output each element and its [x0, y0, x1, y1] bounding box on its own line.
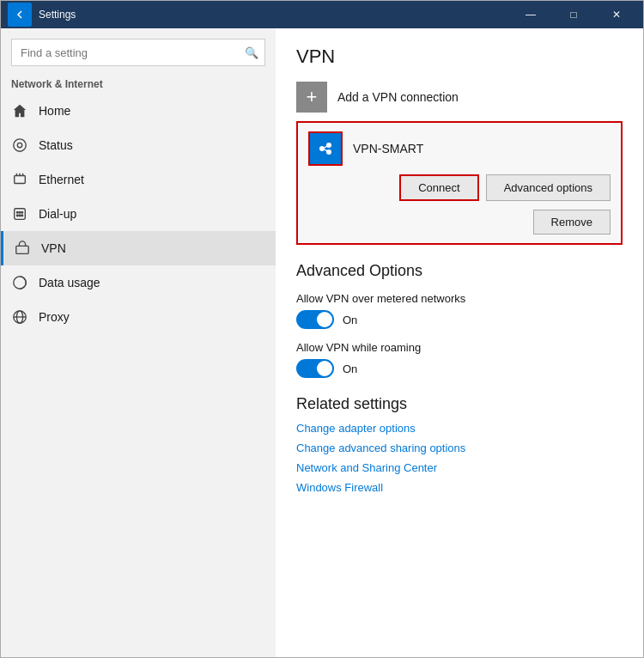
toggle-roaming[interactable]: [296, 359, 334, 378]
related-settings-title: Related settings: [296, 395, 623, 413]
svg-point-0: [14, 139, 26, 151]
sidebar-item-proxy-label: Proxy: [39, 310, 70, 324]
add-vpn-button[interactable]: +: [296, 82, 327, 113]
vpn-entry: VPN-SMART Connect Advanced options Remov…: [296, 121, 623, 245]
close-button[interactable]: ✕: [597, 1, 636, 28]
vpn-remove-container: Remove: [298, 210, 621, 243]
ethernet-icon: [11, 171, 28, 188]
sidebar-item-dialup[interactable]: Dial-up: [1, 197, 276, 231]
toggle-metered-label: Allow VPN over metered networks: [296, 292, 623, 305]
sidebar-item-ethernet-label: Ethernet: [39, 173, 84, 186]
sidebar-item-ethernet[interactable]: Ethernet: [1, 162, 276, 197]
remove-button[interactable]: Remove: [533, 210, 611, 235]
svg-point-7: [16, 211, 18, 213]
related-link[interactable]: Change advanced sharing options: [296, 442, 623, 454]
sidebar-item-vpn[interactable]: VPN: [1, 231, 276, 265]
svg-point-10: [16, 215, 18, 216]
svg-rect-6: [15, 209, 26, 220]
sidebar-item-proxy[interactable]: Proxy: [1, 300, 276, 334]
advanced-options-title: Advanced Options: [296, 262, 623, 280]
plus-icon: +: [307, 88, 318, 107]
related-link[interactable]: Network and Sharing Center: [296, 461, 623, 474]
settings-window: Settings — □ ✕ 🔍 Network & Internet Home: [0, 0, 644, 658]
vpn-sidebar-icon: [14, 240, 31, 257]
connect-button[interactable]: Connect: [399, 174, 478, 201]
minimize-button[interactable]: —: [511, 1, 550, 28]
search-icon: 🔍: [245, 46, 258, 59]
sidebar-section-label: Network & Internet: [1, 73, 276, 94]
vpn-actions: Connect Advanced options: [298, 174, 621, 210]
sidebar-item-home-label: Home: [39, 104, 70, 118]
page-title: VPN: [296, 46, 623, 68]
add-vpn-row: + Add a VPN connection: [296, 82, 623, 113]
toggle-metered[interactable]: [296, 310, 334, 329]
main-content: VPN + Add a VPN connection: [276, 28, 643, 657]
svg-point-12: [21, 215, 23, 216]
sidebar-item-dialup-label: Dial-up: [39, 207, 76, 221]
related-link[interactable]: Change adapter options: [296, 422, 623, 435]
sidebar-item-status[interactable]: Status: [1, 128, 276, 162]
sidebar-item-vpn-label: VPN: [41, 241, 66, 255]
svg-point-8: [19, 211, 21, 213]
svg-point-18: [319, 146, 325, 151]
sidebar-item-datausage[interactable]: Data usage: [1, 265, 276, 300]
vpn-entry-header: VPN-SMART: [298, 123, 621, 174]
svg-rect-13: [16, 246, 28, 253]
titlebar-controls: — □ ✕: [511, 1, 636, 28]
toggle-roaming-state: On: [343, 363, 357, 375]
svg-line-22: [325, 149, 327, 151]
vpn-connection-name: VPN-SMART: [353, 142, 423, 155]
related-link[interactable]: Windows Firewall: [296, 481, 623, 494]
back-button[interactable]: [8, 3, 32, 27]
toggle-row-metered: Allow VPN over metered networks On: [296, 292, 623, 329]
sidebar-item-datausage-label: Data usage: [39, 276, 100, 289]
svg-point-20: [326, 149, 331, 155]
vpn-connection-icon: [308, 131, 343, 166]
toggle-metered-state: On: [343, 314, 357, 326]
search-input[interactable]: [11, 39, 265, 66]
svg-point-11: [19, 215, 21, 216]
svg-line-21: [325, 146, 327, 148]
datausage-icon: [11, 274, 28, 291]
sidebar-item-status-label: Status: [39, 138, 73, 152]
dialup-icon: [11, 205, 28, 222]
sidebar-item-home[interactable]: Home: [1, 94, 276, 128]
toggle-row-roaming: Allow VPN while roaming On: [296, 341, 623, 378]
toggle-metered-control: On: [296, 310, 623, 329]
home-icon: [11, 102, 28, 119]
titlebar-title: Settings: [39, 9, 511, 21]
content-area: 🔍 Network & Internet Home Status: [1, 28, 643, 657]
status-icon: [11, 137, 28, 154]
svg-point-19: [326, 143, 331, 148]
svg-point-1: [17, 143, 21, 147]
svg-rect-2: [15, 176, 26, 184]
maximize-button[interactable]: □: [554, 1, 593, 28]
svg-point-9: [21, 211, 23, 213]
add-vpn-label: Add a VPN connection: [337, 90, 459, 104]
toggle-roaming-control: On: [296, 359, 623, 378]
proxy-icon: [11, 308, 28, 326]
sidebar: 🔍 Network & Internet Home Status: [1, 28, 276, 657]
titlebar: Settings — □ ✕: [1, 1, 643, 28]
search-container: 🔍: [11, 39, 265, 66]
related-links: Change adapter optionsChange advanced sh…: [296, 422, 623, 494]
advanced-options-button[interactable]: Advanced options: [486, 174, 611, 201]
toggle-roaming-label: Allow VPN while roaming: [296, 341, 623, 354]
